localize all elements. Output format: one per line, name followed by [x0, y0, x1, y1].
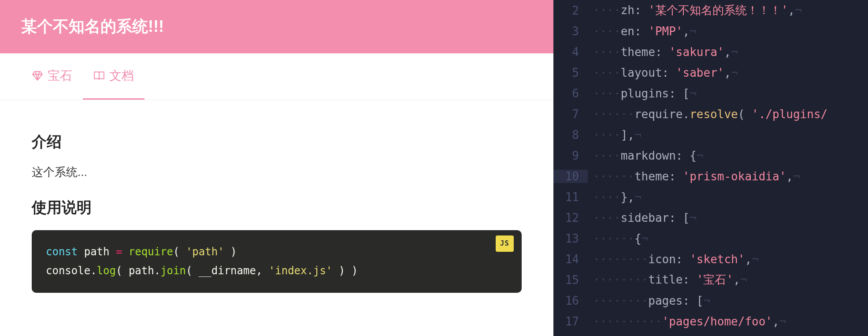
line-content: ······{¬ [588, 232, 868, 245]
sketch-icon [32, 70, 43, 82]
tab-bar: 宝石 文档 [0, 53, 553, 100]
line-number: 17 [553, 315, 588, 328]
line-content: ········icon: 'sketch',¬ [588, 253, 868, 266]
editor-line[interactable]: 3····en: 'PMP',¬ [553, 21, 868, 41]
editor-line[interactable]: 6····plugins: [¬ [553, 83, 868, 104]
line-content: ········title: '宝石',¬ [588, 272, 868, 287]
line-number: 12 [553, 211, 588, 224]
editor-line[interactable]: 17··········'pages/home/foo',¬ [553, 311, 868, 332]
code-line: console.log( path.join( __dirname, 'inde… [46, 261, 508, 280]
editor-line[interactable]: 13······{¬ [553, 228, 868, 249]
line-number: 6 [553, 87, 588, 100]
line-number: 9 [553, 149, 588, 162]
line-content: ····],¬ [588, 128, 868, 142]
editor-line[interactable]: 7······require.resolve( './plugins/ [553, 104, 868, 124]
code-block: JS const path = require( 'path' ) consol… [32, 230, 522, 293]
line-number: 13 [553, 232, 588, 245]
preview-panel: 某个不知名的系统!!! 宝石 文档 介绍 这个系统... 使用说明 JS [0, 0, 553, 336]
line-content: ····theme: 'sakura',¬ [588, 45, 868, 59]
line-content: ····},¬ [588, 190, 868, 204]
line-content: ····markdown: {¬ [588, 149, 868, 162]
line-number: 5 [553, 66, 588, 79]
tab-docs[interactable]: 文档 [83, 53, 145, 100]
line-number: 14 [553, 253, 588, 266]
line-content: ····plugins: [¬ [588, 87, 868, 100]
line-content: ··········'pages/home/foo',¬ [588, 315, 868, 328]
book-icon [93, 70, 105, 82]
site-title: 某个不知名的系统!!! [21, 17, 164, 35]
app-root: 某个不知名的系统!!! 宝石 文档 介绍 这个系统... 使用说明 JS [0, 0, 868, 336]
editor-line[interactable]: 11····},¬ [553, 187, 868, 207]
editor-line[interactable]: 10······theme: 'prism-okaidia',¬ [553, 166, 868, 187]
editor-line[interactable]: 12····sidebar: [¬ [553, 207, 868, 228]
editor-line[interactable]: 8····],¬ [553, 124, 868, 145]
editor-line[interactable]: 14········icon: 'sketch',¬ [553, 249, 868, 269]
line-number: 4 [553, 45, 588, 59]
line-content: ····zh: '某个不知名的系统！！！',¬ [588, 3, 868, 18]
editor-line[interactable]: 2····zh: '某个不知名的系统！！！',¬ [553, 0, 868, 21]
line-number: 16 [553, 294, 588, 307]
tab-label: 文档 [109, 67, 134, 84]
editor-line[interactable]: 4····theme: 'sakura',¬ [553, 41, 868, 62]
editor-line[interactable]: 16········pages: [¬ [553, 290, 868, 311]
line-number: 10 [553, 170, 588, 183]
line-content: ····layout: 'saber',¬ [588, 66, 868, 79]
line-number: 2 [553, 4, 588, 17]
tab-label: 宝石 [48, 67, 72, 84]
line-content: ······require.resolve( './plugins/ [588, 108, 868, 121]
editor-line[interactable]: 15········title: '宝石',¬ [553, 269, 868, 290]
editor-line[interactable]: 5····layout: 'saber',¬ [553, 62, 868, 83]
line-number: 7 [553, 108, 588, 121]
code-editor[interactable]: 2····zh: '某个不知名的系统！！！',¬3····en: 'PMP',¬… [553, 0, 868, 336]
line-number: 15 [553, 273, 588, 287]
line-content: ········pages: [¬ [588, 294, 868, 307]
doc-content: 介绍 这个系统... 使用说明 JS const path = require(… [0, 111, 553, 314]
tab-gem[interactable]: 宝石 [21, 53, 83, 100]
line-number: 8 [553, 128, 588, 142]
code-lang-badge: JS [496, 235, 514, 252]
site-header: 某个不知名的系统!!! [0, 0, 553, 53]
line-number: 11 [553, 190, 588, 204]
line-content: ····sidebar: [¬ [588, 211, 868, 224]
intro-text: 这个系统... [32, 164, 522, 180]
section-heading-intro: 介绍 [32, 132, 522, 152]
section-heading-usage: 使用说明 [32, 198, 522, 218]
editor-line[interactable]: 9····markdown: {¬ [553, 145, 868, 166]
line-content: ····en: 'PMP',¬ [588, 25, 868, 38]
line-content: ······theme: 'prism-okaidia',¬ [588, 170, 868, 183]
line-number: 3 [553, 25, 588, 38]
code-line: const path = require( 'path' ) [46, 243, 508, 261]
